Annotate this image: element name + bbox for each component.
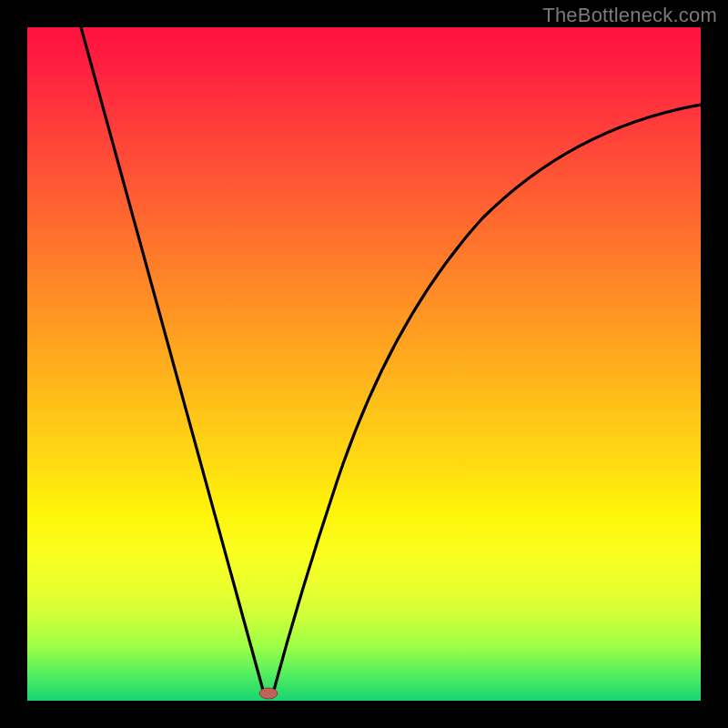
curve-left-branch (81, 27, 264, 693)
bottleneck-curve (27, 27, 701, 701)
curve-right-branch (273, 105, 701, 693)
plot-area (27, 27, 701, 701)
chart-frame: TheBottleneck.com (0, 0, 728, 728)
min-marker (259, 688, 278, 699)
watermark-text: TheBottleneck.com (542, 4, 717, 27)
